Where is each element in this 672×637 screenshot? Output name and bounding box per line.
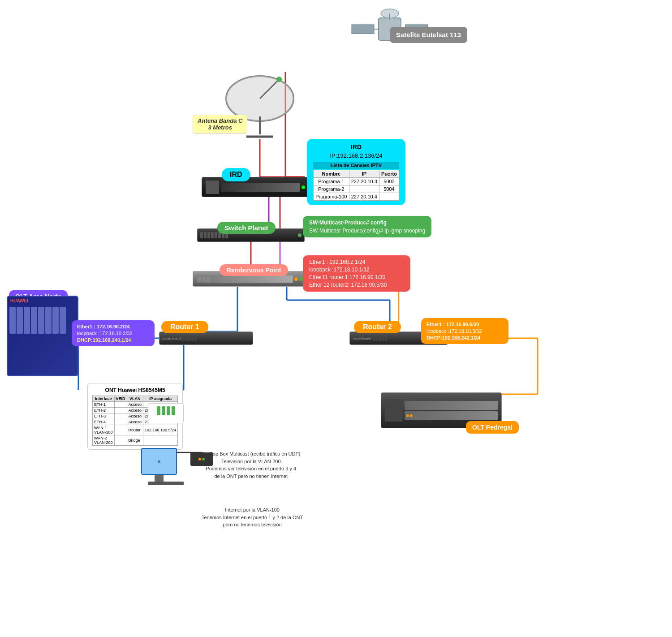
router2-info-line3: DHCP:192.168.242.1/24 [426, 335, 503, 340]
col-nombre: Nombre [314, 170, 349, 178]
stb-line4: de la ONT pero no tienen Internet [202, 473, 301, 480]
col-ip: IP [349, 170, 379, 178]
switch-label-text: Switch Planet [224, 224, 268, 232]
internet-line1: Internet por la VLAN-100 [202, 506, 303, 514]
router2-label: Router 2 [354, 321, 401, 333]
satellite-label: Satelite Eutelsat 113 [390, 27, 467, 43]
router1-device: routerboard [159, 331, 253, 345]
ont-device [148, 403, 184, 423]
stb-text: Set Top Box Multicast (recibe tráfico en… [202, 450, 301, 480]
svg-point-40 [276, 77, 282, 82]
connection-lines [0, 0, 672, 637]
huawei-olt-device: HUAWEI [7, 296, 78, 376]
router1-info-line1: Ether1 : 172.16.90.2/24 [77, 324, 149, 329]
col-puerto: Puerto [379, 170, 399, 178]
router1-info-line3: DHCP:192.168.240.1/24 [77, 337, 149, 343]
router1-label: Router 1 [161, 321, 208, 333]
switch-info-line1: SW-Multicast-Producc# config [309, 220, 425, 226]
internet-line3: pero no tenemos televisión [202, 521, 303, 529]
switch-label: Switch Planet [217, 222, 276, 234]
table-row: WAN-2VLAN-200 Bridge [93, 435, 178, 446]
ird-channels-title: Lista de Canales IPTV [313, 162, 399, 169]
rp-info-line1: Ether1 : 192.168.2.1/24 [309, 259, 404, 265]
rp-info-line4: Ether 12 router2: 172.16.90.5/30 [309, 282, 404, 288]
ird-label: IRD [222, 168, 250, 181]
ont-title: ONT Huawei HS8545M5 [92, 387, 178, 393]
stb-line3: Podemos ver televisión en el puerto 3 y … [202, 465, 301, 473]
rp-label-text: Rendezvous Point [227, 267, 281, 274]
ird-device [202, 177, 309, 197]
router2-info-box: Ether1 : 172.16.90.6/30 loopback :172.18… [421, 318, 508, 344]
rp-info-line3: Ether11 router 1:172.16.90.1/30 [309, 274, 404, 280]
switch-info-line2: SW-Multicast-Producc(config)# ip igmp sn… [309, 228, 425, 234]
ird-info-title: IRD [313, 143, 399, 151]
olt-pedregal-label: OLT Pedregal [466, 421, 519, 434]
ird-info-ip: IP:192.168.2.136/24 [313, 152, 399, 159]
internet-line2: Tenemos Internet en el puerto 1 y 2 de l… [202, 514, 303, 521]
stb-line2: Television por la VLAN-200 [202, 458, 301, 465]
huawei-logo: HUAWEI [8, 297, 78, 305]
rp-info-box: Ether1 : 192.168.2.1/24 loopback :172.18… [303, 255, 410, 292]
router2-label-text: Router 2 [363, 323, 392, 331]
ground-antenna [220, 72, 300, 145]
antenna-label: Antena Banda C3 Metros [193, 115, 247, 133]
monitor-stand [155, 475, 164, 482]
internet-text: Internet por la VLAN-100 Tenemos Interne… [202, 506, 303, 529]
computer-monitor: 🖥 [141, 448, 177, 475]
monitor-base [148, 482, 184, 485]
table-row: WAN-1VLAN-100 Router 192.168.100.5/24 [93, 425, 178, 435]
table-row: Programa-100 227.20.10.4 [314, 193, 399, 201]
svg-rect-30 [352, 25, 374, 34]
rp-label: Rendezvous Point [220, 264, 288, 276]
ird-label-text: IRD [230, 171, 242, 178]
router1-label-text: Router 1 [170, 323, 199, 331]
table-row: Programa-2 5004 [314, 185, 399, 193]
diagram: Satelite Eutelsat 113 Antena Banda C3 Me… [0, 0, 672, 637]
satellite-text: Satelite Eutelsat 113 [396, 31, 461, 39]
table-row: Programa-1 227.20.10.3 5003 [314, 178, 399, 185]
router1-info-line2: loopback :172.18.10.2/32 [77, 331, 149, 336]
router1-info-box: Ether1 : 172.16.90.2/24 loopback :172.18… [72, 320, 155, 346]
stb-line1: Set Top Box Multicast (recibe tráfico en… [202, 450, 301, 458]
rp-info-line2: loopback :172.18.10.1/32 [309, 267, 404, 273]
router2-info-line2: loopback :172.18.10.3/32 [426, 328, 503, 334]
olt-pedregal-text: OLT Pedregal [472, 424, 513, 431]
antenna-text: Antena Banda C3 Metros [198, 117, 242, 131]
switch-info-box: SW-Multicast-Producc# config SW-Multicas… [303, 216, 431, 237]
router2-info-line1: Ether1 : 172.16.90.6/30 [426, 322, 503, 327]
ird-info-box: IRD IP:192.168.2.136/24 Lista de Canales… [307, 139, 405, 205]
ird-channels-table: Nombre IP Puerto Programa-1 227.20.10.3 … [313, 170, 399, 201]
